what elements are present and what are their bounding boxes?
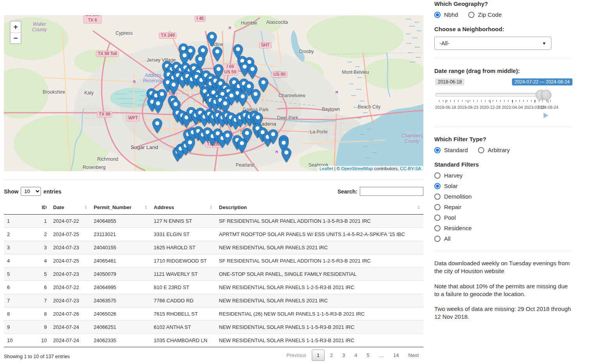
geography-radio-nbhd[interactable]: Nbhd <box>434 11 458 18</box>
date-range-slider[interactable] <box>435 90 551 100</box>
cell-date: 2024-07-22 <box>50 281 91 294</box>
geography-heading: Which Geography? <box>434 0 572 7</box>
license-link[interactable]: CC-BY-SA <box>400 166 421 171</box>
notes: Data downloaded weekly on Tuesday evenin… <box>434 259 572 321</box>
slider-track[interactable] <box>435 93 551 97</box>
leaflet-link[interactable]: Leaflet <box>320 166 333 171</box>
standard-filter-radio-demolition[interactable]: Demolition <box>434 193 562 200</box>
zoom-out-button[interactable]: − <box>11 32 21 43</box>
column-header-Address[interactable]: Address▲▼ <box>151 201 216 215</box>
slider-tick <box>481 100 482 102</box>
pagination-page-2[interactable]: 2 <box>325 350 338 361</box>
cell-permit-number: 24064855 <box>91 215 151 228</box>
map-marker-icon[interactable] <box>212 46 223 62</box>
slider-tick <box>462 100 462 102</box>
cell-description: NEW RESIDENTIAL SOLAR PANELS 1-1-5-R3-B … <box>216 321 423 334</box>
geography-radio-group: NbhdZip Code <box>434 11 572 18</box>
sort-arrows-icon[interactable]: ▲▼ <box>44 205 47 210</box>
cell-row-name: 10 <box>4 334 34 347</box>
pagination-page-1[interactable]: 1 <box>312 350 325 361</box>
pagination-next[interactable]: Next <box>403 350 423 361</box>
page-size-select[interactable]: 10 <box>21 187 41 196</box>
standard-filter-radio-pool[interactable]: Pool <box>434 214 562 221</box>
sort-arrows-icon[interactable]: ▲▼ <box>210 205 213 210</box>
column-header-label: Description <box>219 204 247 210</box>
pagination-previous[interactable]: Previous <box>282 350 311 361</box>
cell-description: NEW RESIDENTIAL SOLAR PANELS 1-1-5-R3-B … <box>216 334 423 347</box>
divider <box>434 59 572 59</box>
table-row[interactable]: 772024-07-23240635757766 CADDO RDNEW RES… <box>4 294 423 307</box>
table-row[interactable]: 332024-07-23240401551625 HAROLD STNEW RE… <box>4 241 423 254</box>
column-header-ID[interactable]: ID▲▼ <box>34 201 50 215</box>
leaflet-map[interactable]: US 290 TX 6TX 249I 45SHTTX 99 TollI 69 U… <box>4 15 423 171</box>
pagination-page-4[interactable]: 4 <box>350 350 362 361</box>
slider-tick <box>542 100 543 102</box>
map-marker-icon[interactable] <box>237 91 248 107</box>
radio-icon <box>478 147 484 153</box>
table-row[interactable]: 442024-07-25240654611710 RIDGEWOOD STSF … <box>4 254 423 268</box>
cell-permit-number: 24063575 <box>91 294 151 307</box>
neighborhood-select[interactable]: -All- ▼ <box>434 37 551 50</box>
map-marker-icon[interactable] <box>268 129 279 144</box>
column-header-row-name <box>4 201 34 215</box>
slider-tick <box>466 100 466 102</box>
sort-arrows-icon[interactable]: ▲▼ <box>417 205 420 210</box>
slider-tick <box>447 100 447 102</box>
table-row[interactable]: 662024-07-2224064995810 E 23RD STNEW RES… <box>4 281 423 294</box>
pagination-page-14[interactable]: 14 <box>389 350 403 361</box>
map-marker-icon[interactable] <box>153 98 163 114</box>
cell-date: 2024-07-25 <box>50 228 91 241</box>
standard-filter-radio-residence[interactable]: Residence <box>434 225 562 231</box>
cell-description: NEW RESIDENTIAL SOLAR PANELS 1-2-5-R3-B … <box>216 281 423 294</box>
zoom-in-button[interactable]: + <box>11 21 21 32</box>
play-button[interactable] <box>544 113 548 118</box>
slider-tick <box>546 100 547 102</box>
map-marker-icon[interactable] <box>247 64 258 79</box>
slider-tick-label: 2019-09-23 <box>457 105 478 110</box>
map-attribution: Leaflet | © OpenStreetMap contributors, … <box>317 166 423 171</box>
map-marker-icon[interactable] <box>185 137 195 153</box>
standard-filter-radio-solar[interactable]: Solar <box>434 183 562 189</box>
radio-label: Harvey <box>444 172 463 179</box>
slider-tick <box>477 100 478 102</box>
map-marker-icon[interactable] <box>168 80 179 95</box>
map-marker-icon[interactable] <box>222 130 233 146</box>
slider-handle-to[interactable] <box>541 90 551 100</box>
column-header-Date[interactable]: Date▲▼ <box>50 201 91 215</box>
standard-filter-radio-harvey[interactable]: Harvey <box>434 172 562 179</box>
table-row[interactable]: 552024-07-23240500791121 WAVERLY STONE-S… <box>4 268 423 281</box>
table-row[interactable]: 992024-07-24240662516102 ANTHA STNEW RES… <box>4 321 423 334</box>
standard-filter-radio-repair[interactable]: Repair <box>434 204 562 210</box>
note-paragraph: Two weeks of data are missing: 29 Oct 20… <box>434 305 572 321</box>
pagination-page-5[interactable]: 5 <box>362 350 374 361</box>
slider-tick-labels: 2018-06-182019-09-232020-12-282022-04-04… <box>435 105 556 110</box>
standard-filter-radio-all[interactable]: All <box>434 235 562 242</box>
filter-type-radio-standard[interactable]: Standard <box>434 147 468 153</box>
map-marker-icon[interactable] <box>258 77 269 92</box>
map-marker-icon[interactable] <box>242 128 252 143</box>
slider-tick <box>550 100 551 102</box>
geography-radio-zip-code[interactable]: Zip Code <box>468 11 502 18</box>
cell-id: 1 <box>34 215 50 228</box>
sort-arrows-icon[interactable]: ▲▼ <box>144 205 148 210</box>
cell-description: RESIDENTIAL (26) NEW SOLAR PANELS 1-1-5-… <box>216 307 423 321</box>
osm-link[interactable]: OpenStreetMap <box>341 166 373 171</box>
cell-address: 1121 WAVERLY ST <box>151 268 216 281</box>
filter-type-radio-arbitrary[interactable]: Arbitrary <box>478 147 510 153</box>
map-marker-icon[interactable] <box>206 32 217 47</box>
table-row[interactable]: 112024-07-2224064855127 N ENNIS STSF RES… <box>4 215 423 228</box>
map-marker-icon[interactable] <box>281 147 292 163</box>
cell-description: NEW RESIDENTIAL SOLAR PANELS 2021 IRC <box>216 241 423 254</box>
sort-arrows-icon[interactable]: ▲▼ <box>84 205 87 210</box>
date-range-heading: Date range (drag from middle): <box>434 67 572 74</box>
table-row[interactable]: 882024-07-26240650267615 RHOBELL STRESID… <box>4 307 423 321</box>
slider-tick <box>458 100 458 102</box>
table-row[interactable]: 10102024-07-24240623351035 CHAMBOARD LNN… <box>4 334 423 347</box>
column-header-Description[interactable]: Description▲▼ <box>216 201 423 215</box>
radio-icon <box>434 236 441 242</box>
pagination-page-3[interactable]: 3 <box>338 350 350 361</box>
column-header-Permit_Number[interactable]: Permit_Number▲▼ <box>91 201 151 215</box>
search-input[interactable] <box>360 187 423 196</box>
map-marker-icon[interactable] <box>152 118 163 133</box>
table-row[interactable]: 222024-07-25231130213331 ELGIN STAPRTMT … <box>4 228 423 241</box>
